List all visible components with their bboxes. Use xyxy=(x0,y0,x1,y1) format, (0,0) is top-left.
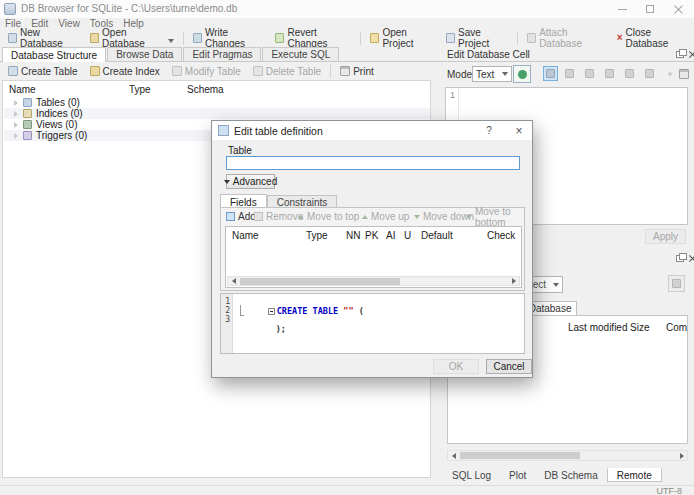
close-database-icon: × xyxy=(617,33,623,43)
tab-database-structure[interactable]: Database Structure xyxy=(2,47,106,62)
text-view-button[interactable] xyxy=(543,66,558,81)
copy-button xyxy=(642,66,657,81)
dialog-title-bar[interactable]: Edit table definition ? × xyxy=(212,121,532,140)
cell-panel-title: Edit Database Cell xyxy=(447,49,530,60)
text-view-icon xyxy=(546,69,555,78)
tab-execute-sql[interactable]: Execute SQL xyxy=(262,47,339,61)
tree-item-tables[interactable]: Tables (0) xyxy=(4,97,430,108)
print-cell-button[interactable] xyxy=(676,66,691,81)
create-table-button[interactable]: Create Table xyxy=(2,63,84,79)
column-commit[interactable]: Commit xyxy=(666,322,688,333)
delete-table-button: Delete Table xyxy=(247,63,327,79)
tables-icon xyxy=(23,98,32,107)
mode-select[interactable]: Text xyxy=(472,66,512,82)
save-project-icon xyxy=(446,33,455,43)
print-icon xyxy=(340,66,350,76)
save-project-button[interactable]: Save Project xyxy=(440,30,514,46)
close-window-button[interactable] xyxy=(664,0,692,18)
expand-icon[interactable] xyxy=(14,122,18,128)
maximize-button[interactable] xyxy=(636,0,664,18)
expand-icon[interactable] xyxy=(14,111,18,117)
move-bottom-icon xyxy=(466,215,472,219)
column-default[interactable]: Default xyxy=(421,230,453,241)
open-database-button[interactable]: Open Database xyxy=(84,30,180,46)
column-name[interactable]: Name xyxy=(232,230,259,241)
column-ai[interactable]: AI xyxy=(386,230,395,241)
main-toolbar: New Database Open Database Write Changes… xyxy=(0,29,694,47)
app-icon xyxy=(4,3,16,15)
dialog-close-button[interactable]: × xyxy=(508,121,530,140)
line-number: 1 xyxy=(225,297,230,306)
column-pk[interactable]: PK xyxy=(365,230,378,241)
move-to-bottom-button: Move to bottom xyxy=(466,210,524,223)
tree-header-type[interactable]: Type xyxy=(129,84,151,95)
encoding-indicator[interactable]: UTF-8 xyxy=(657,486,683,495)
new-database-button[interactable]: New Database xyxy=(2,30,84,46)
advanced-button[interactable]: Advanced xyxy=(226,174,275,189)
tab-browse-data[interactable]: Browse Data xyxy=(107,47,182,61)
open-project-button[interactable]: Open Project xyxy=(364,30,440,46)
word-wrap-button[interactable] xyxy=(562,66,577,81)
tree-header-schema[interactable]: Schema xyxy=(187,84,224,95)
dialog-help-button[interactable]: ? xyxy=(480,121,498,140)
cancel-button[interactable]: Cancel xyxy=(486,359,532,374)
tree-item-indices[interactable]: Indices (0) xyxy=(4,108,430,119)
remote-horizontal-scrollbar[interactable] xyxy=(447,450,688,461)
minimize-button[interactable] xyxy=(608,0,636,18)
new-database-icon xyxy=(8,33,17,43)
tab-db-schema[interactable]: DB Schema xyxy=(535,469,606,483)
column-last-modified[interactable]: Last modified xyxy=(568,322,627,333)
status-bar: UTF-8 xyxy=(0,485,694,495)
float-panel-icon[interactable] xyxy=(676,255,684,262)
tab-sql-log[interactable]: SQL Log xyxy=(443,469,500,483)
scrollbar-thumb[interactable] xyxy=(240,278,400,285)
write-changes-button[interactable]: Write Changes xyxy=(187,30,269,46)
import-icon xyxy=(585,69,594,78)
float-panel-icon[interactable] xyxy=(676,51,684,58)
expand-icon[interactable] xyxy=(14,133,18,139)
move-up-button: Move up xyxy=(362,210,409,223)
triggers-icon xyxy=(23,131,32,140)
move-top-icon xyxy=(298,215,304,219)
scroll-right-button[interactable] xyxy=(508,277,519,285)
column-size[interactable]: Size xyxy=(630,322,649,333)
print-button[interactable]: Print xyxy=(334,63,380,79)
column-u[interactable]: U xyxy=(404,230,411,241)
sql-preview[interactable]: 1 2 3 CREATE TABLE "" ( ); xyxy=(220,293,525,354)
create-index-button[interactable]: Create Index xyxy=(84,63,166,79)
column-check[interactable]: Check xyxy=(487,230,515,241)
expand-icon[interactable] xyxy=(14,100,18,106)
remote-connect-button xyxy=(668,275,685,292)
table-name-input[interactable] xyxy=(226,156,520,170)
attach-database-button: Attach Database xyxy=(521,30,611,46)
column-type[interactable]: Type xyxy=(306,230,328,241)
scroll-left-button[interactable] xyxy=(448,451,459,460)
tab-edit-pragmas[interactable]: Edit Pragmas xyxy=(183,47,261,61)
open-database-dropdown-icon[interactable] xyxy=(168,39,174,43)
scroll-left-button[interactable] xyxy=(228,277,239,285)
open-project-icon xyxy=(370,33,379,43)
fields-tab-page: Add Remove Move to top Move up Move down… xyxy=(220,207,525,291)
column-nn[interactable]: NN xyxy=(346,230,360,241)
fields-horizontal-scrollbar[interactable] xyxy=(227,276,520,286)
tab-remote[interactable]: Remote xyxy=(607,468,662,482)
tree-header-name[interactable]: Name xyxy=(9,84,36,95)
revert-changes-button[interactable]: Revert Changes xyxy=(269,30,357,46)
chevron-down-icon xyxy=(224,180,230,184)
bottom-tab-bar: SQL Log Plot DB Schema Remote xyxy=(443,469,692,484)
add-field-button[interactable]: Add xyxy=(226,210,256,223)
table-label: Table xyxy=(228,145,252,156)
fields-table[interactable]: Name Type NN PK AI U Default Check xyxy=(225,226,522,288)
close-panel-icon[interactable] xyxy=(688,50,694,59)
close-database-button[interactable]: ×Close Database xyxy=(611,30,694,46)
write-changes-icon xyxy=(193,33,202,43)
scrollbar-thumb[interactable] xyxy=(460,452,580,459)
close-panel-icon[interactable] xyxy=(688,254,694,263)
add-icon xyxy=(226,212,235,221)
auto-apply-button[interactable] xyxy=(513,65,531,83)
scroll-right-button[interactable] xyxy=(676,451,687,460)
remove-icon xyxy=(254,212,263,221)
arrow-left-icon xyxy=(232,278,236,284)
create-table-icon xyxy=(8,66,18,76)
tab-plot[interactable]: Plot xyxy=(500,469,535,483)
